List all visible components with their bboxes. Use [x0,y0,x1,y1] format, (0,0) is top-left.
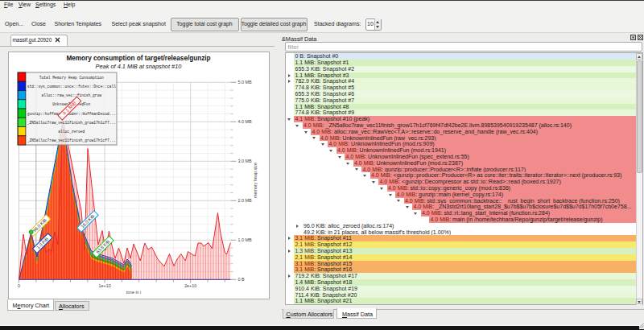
svg-text:2e+10: 2e+10 [184,283,196,288]
svg-text:_ZN5alloc7raw_vec11finish_grow: _ZN5alloc7raw_vec11finish_grow17h1cf7... [27,138,116,142]
svg-text:_ZN5alloc7raw_vec11finish_grow: _ZN5alloc7raw_vec11finish_grow17h1cf7... [27,121,116,125]
svg-text:Total Memory Heap Consumption: Total Memory Heap Consumption [39,76,104,80]
svg-text:std::sys_common::once::futex::: std::sys_common::once::futex::Once::call [27,85,117,89]
svg-text:time in i: time in i [126,290,142,295]
svg-text:Peak of 4.1 MiB at snapshot #1: Peak of 4.1 MiB at snapshot #10 [96,63,183,70]
svg-text:1.0 MB: 1.0 MB [238,237,252,242]
svg-text:3.0 MB: 3.0 MB [238,159,252,163]
svg-text:alloc::raw_vec::finish_grow: alloc::raw_vec::finish_grow [42,93,102,97]
svg-text:4.0 MB: 4.0 MB [238,119,252,124]
svg-text:0: 0 [18,283,20,288]
svg-text:5.0 MB: 5.0 MB [238,80,252,85]
svg-text:Memory consumption of target/r: Memory consumption of target/release/gun… [66,55,210,62]
svg-text:1e+10: 1e+10 [99,283,111,288]
svg-text:gunzip::huffman_decoder::Huffm: gunzip::huffman_decoder::HuffmanDecod... [27,112,116,116]
svg-text:memory heap size: memory heap size [253,163,258,198]
svg-text:alloc_zeroed: alloc_zeroed [58,130,85,134]
svg-text:2.0 MB: 2.0 MB [238,198,252,203]
svg-text:0 B: 0 B [238,277,245,282]
